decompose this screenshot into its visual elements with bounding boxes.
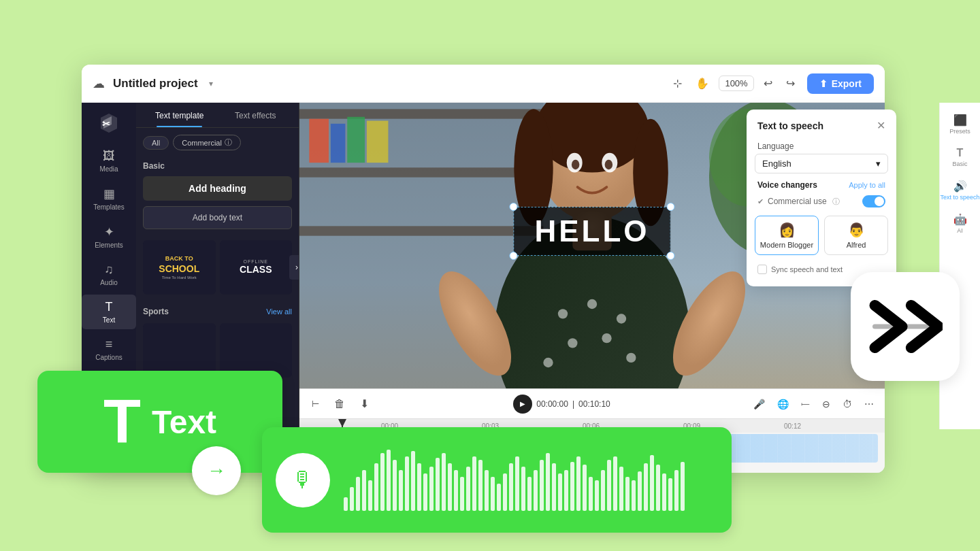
play-pause-btn[interactable]: ▶: [513, 395, 532, 414]
ri-presets[interactable]: ⬛ Presets: [940, 108, 980, 140]
elements-icon: ✦: [104, 224, 114, 239]
capcut-logo-svg: [868, 299, 943, 354]
sidebar-item-text[interactable]: T Text: [82, 295, 136, 329]
template-offline-class[interactable]: OFFLINE CLASS: [220, 240, 293, 295]
microphone-icon: 🎙: [292, 467, 314, 492]
text-T-symbol: T: [103, 391, 141, 452]
view-all-sports-link[interactable]: View all: [266, 307, 292, 316]
svg-rect-12: [299, 109, 543, 118]
tts-voice-changers-label: Voice changers: [757, 180, 817, 190]
commercial-info-icon: ⓘ: [832, 197, 840, 207]
translate-btn[interactable]: 🌐: [774, 396, 791, 412]
text-icon: T: [105, 300, 113, 314]
time-separator: |: [572, 399, 574, 409]
tts-language-select[interactable]: English ▾: [755, 154, 888, 173]
waveform-bar: [356, 477, 360, 511]
sidebar-item-audio[interactable]: ♫ Audio: [82, 257, 136, 292]
redo-btn[interactable]: ↪: [782, 74, 799, 93]
tab-text-effects[interactable]: Text effects: [218, 103, 294, 127]
voice-cards: 👩 Modern Blogger 👨 Alfred: [747, 210, 896, 261]
voice-blogger-label: Modern Blogger: [760, 241, 814, 249]
ri-ai[interactable]: 🤖 AI: [940, 207, 980, 239]
waveform-bar: [607, 460, 611, 511]
tts-icon: 🔊: [953, 180, 967, 193]
ri-basic[interactable]: T Basic: [940, 141, 980, 173]
transport-controls: ▶ 00:00:00 | 00:10:10: [513, 395, 610, 414]
sidebar-item-media[interactable]: 🖼 Media: [82, 144, 136, 178]
svg-point-32: [543, 358, 553, 367]
sports-template-2[interactable]: [220, 323, 293, 378]
more-btn[interactable]: ⋯: [862, 396, 877, 412]
zoom-control[interactable]: 100%: [719, 76, 753, 91]
trim-btn[interactable]: ⊢: [308, 396, 323, 412]
tab-text-template[interactable]: Text template: [142, 103, 218, 127]
svg-rect-16: [331, 124, 346, 163]
undo-btn[interactable]: ↩: [760, 74, 777, 93]
svg-text:✂: ✂: [102, 118, 110, 129]
sidebar-label-audio: Audio: [100, 279, 118, 286]
sync-checkbox[interactable]: [757, 265, 767, 274]
voice-alfred-icon: 👨: [829, 222, 883, 238]
waveform-bar: [619, 467, 623, 511]
waveform-bar: [558, 473, 562, 511]
waveform-bar: [583, 465, 587, 511]
waveform-bar: [485, 470, 489, 511]
sidebar-item-elements[interactable]: ✦ Elements: [82, 219, 136, 254]
sidebar-label-captions: Captions: [95, 354, 122, 361]
selection-handle-tr[interactable]: [667, 203, 675, 211]
selection-handle-tl[interactable]: [509, 203, 517, 211]
sports-section-header: Sports View all: [136, 303, 299, 318]
hello-text[interactable]: HELLO: [513, 207, 670, 256]
sidebar-label-elements: Elements: [95, 241, 123, 249]
svg-point-28: [587, 299, 597, 309]
export-button[interactable]: ⬆ Export: [807, 73, 874, 94]
filter-all-btn[interactable]: All: [143, 136, 169, 150]
filter-row: All Commercial ⓘ: [136, 128, 299, 157]
waveform-bar: [534, 470, 538, 511]
waveform-bar: [650, 455, 654, 511]
sidebar-item-captions[interactable]: ≡ Captions: [82, 332, 136, 367]
project-dropdown-arrow[interactable]: ▾: [209, 79, 213, 88]
waveform-bar: [638, 471, 642, 511]
selection-handle-br[interactable]: [667, 252, 675, 260]
top-bar: ☁ Untitled project ▾ ⊹ ✋ 100% ↩ ↪ ⬆ Expo…: [82, 65, 885, 103]
microphone-btn[interactable]: 🎤: [751, 396, 768, 412]
selection-handle-bl[interactable]: [509, 252, 517, 260]
cloud-save-icon[interactable]: ☁: [93, 76, 105, 91]
voice-card-alfred[interactable]: 👨 Alfred: [824, 216, 888, 255]
tts-close-btn[interactable]: ✕: [877, 119, 885, 132]
minus-btn[interactable]: ⊖: [819, 396, 833, 412]
hand-tool-btn[interactable]: ✋: [691, 74, 713, 93]
voice-card-modern-blogger[interactable]: 👩 Modern Blogger: [755, 216, 819, 255]
sports-template-1[interactable]: [143, 323, 216, 378]
template-back-to-school[interactable]: BACK TO SCHOOL Time To Hard Work: [143, 240, 216, 295]
app-logo: ✂: [97, 111, 121, 135]
select-tool-btn[interactable]: ⊹: [669, 74, 686, 93]
tts-apply-all-btn[interactable]: Apply to all: [849, 181, 885, 189]
svg-point-30: [568, 338, 577, 348]
add-heading-btn[interactable]: Add heading: [143, 176, 292, 201]
ri-text-to-speech[interactable]: 🔊 Text to speech: [940, 174, 980, 206]
speed-btn[interactable]: ⏱: [840, 396, 855, 412]
add-body-text-btn[interactable]: Add body text: [143, 206, 292, 229]
template-scroll-right-btn[interactable]: ›: [289, 255, 299, 280]
waveform-bar: [448, 463, 452, 511]
commercial-toggle[interactable]: [862, 195, 885, 207]
download-btn[interactable]: ⬇: [356, 395, 373, 413]
filter-commercial-btn[interactable]: Commercial ⓘ: [173, 135, 241, 150]
waveform-bar: [442, 453, 446, 511]
waveform-bar: [589, 477, 593, 511]
svg-rect-13: [299, 167, 543, 177]
waveform-bar: [466, 467, 470, 511]
svg-point-37: [572, 160, 579, 169]
waveform-bar: [595, 480, 599, 511]
capcut-logo-card: [851, 272, 960, 381]
waveform-bar: [576, 456, 581, 511]
templates-icon: ▦: [103, 186, 115, 201]
waveform-bar: [681, 462, 685, 511]
split-btn[interactable]: ⟝: [798, 395, 813, 412]
delete-btn[interactable]: 🗑: [330, 395, 349, 413]
video-text-overlay[interactable]: HELLO: [513, 207, 670, 256]
sidebar-item-templates[interactable]: ▦ Templates: [82, 181, 136, 216]
voice-alfred-label: Alfred: [829, 241, 883, 249]
